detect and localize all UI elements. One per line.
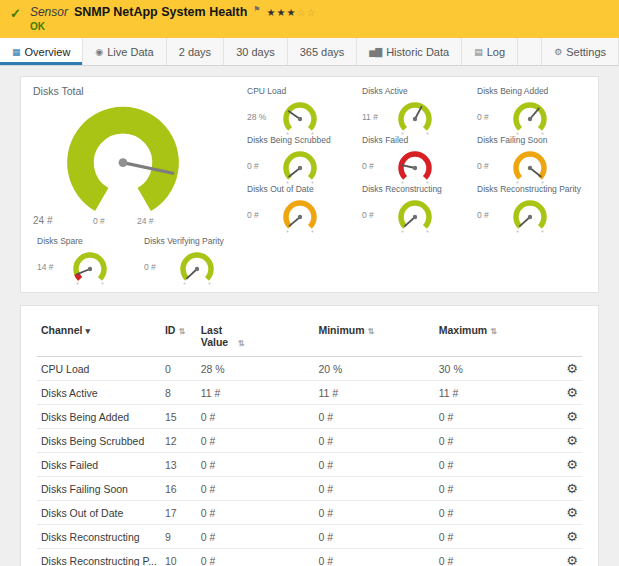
gauge-label: Disks Verifying Parity — [144, 236, 247, 246]
gauge-label: Disks Reconstructing Parity — [477, 184, 588, 194]
cell-last-value: 0 # — [197, 477, 315, 501]
column-header-channel[interactable]: Channel▾ — [37, 314, 161, 357]
cell-channel: Disks Failed — [37, 453, 161, 477]
gauge-disks-being-scrubbed: Disks Being Scrubbed 0 # — [243, 135, 358, 184]
channel-settings-gear-icon[interactable]: ⚙ — [566, 481, 578, 496]
gauge-value: 0 # — [477, 161, 503, 171]
gauge-scale-marks — [401, 230, 428, 232]
tab-2-days[interactable]: 2 days — [167, 38, 224, 65]
cell-last-value: 0 # — [197, 429, 315, 453]
channel-settings-gear-icon[interactable]: ⚙ — [566, 409, 578, 424]
gauge-dial — [392, 145, 438, 184]
table-row: Disks Failed 13 0 # 0 # 0 # ⚙ — [37, 453, 582, 477]
table-header-row: Channel▾ ID⇅ Last Value⇅ Minimum⇅ Maximu… — [37, 314, 582, 357]
cell-maximum: 0 # — [435, 405, 549, 429]
channel-settings-gear-icon[interactable]: ⚙ — [566, 529, 578, 544]
cell-minimum: 0 # — [314, 405, 434, 429]
cell-minimum: 11 # — [314, 381, 434, 405]
channel-settings-gear-icon[interactable]: ⚙ — [566, 361, 578, 376]
gauge-dial — [277, 194, 323, 233]
main-gauge-value: 24 # — [33, 215, 52, 226]
table-row: CPU Load 0 28 % 20 % 30 % ⚙ — [37, 357, 582, 381]
tab-overview[interactable]: ▦ Overview — [0, 38, 83, 65]
log-icon: ▤ — [474, 47, 482, 57]
sort-icon: ⇅ — [368, 327, 375, 336]
gauge-dial — [507, 194, 553, 233]
sorted-caret-icon: ▾ — [85, 326, 90, 336]
tab-settings[interactable]: ⚙ Settings — [541, 38, 619, 65]
cell-minimum: 0 # — [314, 549, 434, 566]
channels-table: Channel▾ ID⇅ Last Value⇅ Minimum⇅ Maximu… — [37, 314, 582, 566]
cell-last-value: 11 # — [197, 381, 315, 405]
gauge-value: 0 # — [247, 210, 273, 220]
table-row: Disks Active 8 11 # 11 # 11 # ⚙ — [37, 381, 582, 405]
gauge-value: 0 # — [477, 210, 503, 220]
gauge-label: Disks Failing Soon — [477, 135, 588, 145]
tab-live-data[interactable]: ◉ Live Data — [83, 38, 166, 65]
cell-last-value: 0 # — [197, 405, 315, 429]
gauge-disks-reconstructing-parity: Disks Reconstructing Parity 0 # — [473, 184, 588, 233]
sensor-header-text: Sensor SNMP NetApp System Health ⚑ ★★★☆☆… — [30, 5, 316, 32]
sort-icon: ⇅ — [178, 327, 185, 336]
column-header-last-value[interactable]: Last Value⇅ — [197, 314, 315, 357]
gauge-label: Disks Active — [362, 86, 473, 96]
gauge-disks-out-of-date: Disks Out of Date 0 # — [243, 184, 358, 233]
gauge-value: 0 # — [362, 210, 388, 220]
flag-icon: ⚑ — [253, 5, 260, 14]
gauge-disks-being-added: Disks Being Added 0 # — [473, 86, 588, 135]
settings-gear-icon: ⚙ — [554, 47, 561, 57]
cell-id: 12 — [161, 429, 197, 453]
tab-365-days[interactable]: 365 days — [288, 38, 358, 65]
gauge-scale-marks — [286, 230, 313, 232]
small-gauges-grid: CPU Load 28 % Disks Active 11 # — [243, 83, 588, 234]
channel-settings-gear-icon[interactable]: ⚙ — [566, 433, 578, 448]
channel-settings-gear-icon[interactable]: ⚙ — [566, 457, 578, 472]
cell-channel: Disks Failing Soon — [37, 477, 161, 501]
page-content: Disks Total 24 # 0 # 24 # CPU Load 28 % — [0, 66, 619, 566]
gauge-disks-reconstructing: Disks Reconstructing 0 # — [358, 184, 473, 233]
column-header-maximum[interactable]: Maximum⇅ — [435, 314, 549, 357]
gauge-disks-active: Disks Active 11 # — [358, 86, 473, 135]
gauge-value: 28 % — [247, 112, 273, 122]
cell-last-value: 0 # — [197, 549, 315, 566]
gauge-dial — [507, 96, 553, 135]
cell-minimum: 20 % — [314, 357, 434, 381]
cell-channel: Disks Out of Date — [37, 501, 161, 525]
channel-settings-gear-icon[interactable]: ⚙ — [566, 553, 578, 566]
gauge-label: Disks Reconstructing — [362, 184, 473, 194]
priority-stars[interactable]: ★★★☆☆ — [267, 7, 317, 18]
column-header-id[interactable]: ID⇅ — [161, 314, 197, 357]
tab-historic-data[interactable]: ▅▇ Historic Data — [357, 38, 462, 65]
cell-id: 13 — [161, 453, 197, 477]
cell-last-value: 28 % — [197, 357, 315, 381]
column-header-minimum[interactable]: Minimum⇅ — [314, 314, 434, 357]
gauge-disks-spare: Disks Spare 14 # — [33, 236, 140, 288]
gauge-dial — [392, 194, 438, 233]
cell-channel: Disks Active — [37, 381, 161, 405]
channel-settings-gear-icon[interactable]: ⚙ — [566, 505, 578, 520]
cell-minimum: 0 # — [314, 477, 434, 501]
tab-log[interactable]: ▤ Log — [462, 38, 518, 65]
gauge-value: 0 # — [144, 262, 170, 272]
channel-settings-gear-icon[interactable]: ⚙ — [566, 385, 578, 400]
tab-30-days[interactable]: 30 days — [224, 38, 288, 65]
gauge-value: 0 # — [247, 161, 273, 171]
ok-check-icon: ✓ — [10, 6, 21, 21]
tab-bar: ▦ Overview ◉ Live Data 2 days 30 days 36… — [0, 38, 619, 66]
cell-channel: CPU Load — [37, 357, 161, 381]
cell-channel: Disks Reconstructing — [37, 525, 161, 549]
table-row: Disks Being Scrubbed 12 0 # 0 # 0 # ⚙ — [37, 429, 582, 453]
priority-stars-empty: ☆☆ — [296, 7, 316, 18]
cell-id: 15 — [161, 405, 197, 429]
cell-channel: Disks Reconstructing P... — [37, 549, 161, 566]
table-row: Disks Reconstructing P... 10 0 # 0 # 0 #… — [37, 549, 582, 566]
cell-maximum: 0 # — [435, 429, 549, 453]
object-kind-label: Sensor — [30, 5, 68, 19]
cell-minimum: 0 # — [314, 429, 434, 453]
gauge-label: Disks Being Scrubbed — [247, 135, 358, 145]
cell-maximum: 0 # — [435, 549, 549, 566]
gauge-label: Disks Being Added — [477, 86, 588, 96]
gauge-value: 0 # — [477, 112, 503, 122]
cell-id: 9 — [161, 525, 197, 549]
table-row: Disks Failing Soon 16 0 # 0 # 0 # ⚙ — [37, 477, 582, 501]
